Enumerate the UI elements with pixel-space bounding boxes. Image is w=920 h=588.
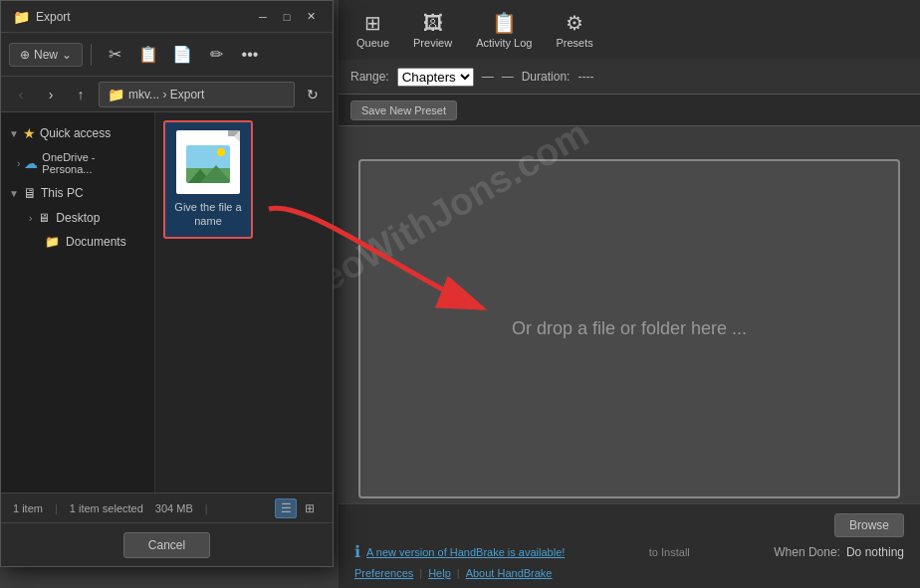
documents-label: Documents: [66, 235, 126, 249]
explorer-dialog: 📁 Export ─ □ ✕ ⊕ New ⌄ ✂ 📋 📄 ✏ ••• ‹ › ↑…: [0, 0, 334, 567]
close-button[interactable]: ✕: [301, 9, 321, 25]
documents-icon: 📁: [45, 235, 60, 249]
handbrake-toolbar: ⊞ Queue 🖼 Preview 📋 Activity Log ⚙ Prese…: [339, 0, 920, 60]
dialog-titlebar: 📁 Export ─ □ ✕: [1, 1, 333, 33]
preview-icon: 🖼: [423, 12, 443, 35]
maximize-button[interactable]: □: [277, 9, 297, 25]
cancel-button[interactable]: Cancel: [123, 532, 210, 558]
new-icon: ⊕: [20, 48, 30, 62]
tab-presets[interactable]: ⚙ Presets: [546, 7, 602, 53]
handbrake-range-bar: Range: Chapters — — Duration: ----: [339, 60, 920, 95]
onedrive-arrow: ›: [17, 158, 20, 169]
bottom-row-browse: Browse: [354, 513, 904, 537]
onedrive-icon: ☁: [24, 155, 38, 171]
activity-log-icon: 📋: [492, 11, 517, 35]
tab-queue-label: Queue: [356, 37, 389, 49]
folder-title-icon: 📁: [13, 9, 30, 25]
copy-button[interactable]: 📋: [133, 41, 163, 69]
save-new-preset-button[interactable]: Save New Preset: [350, 100, 457, 120]
desktop-label: Desktop: [56, 211, 100, 225]
new-chevron-icon: ⌄: [62, 48, 72, 62]
drop-zone-text: Or drop a file or folder here ...: [512, 318, 747, 339]
item-size: 304 MB: [155, 502, 193, 514]
paste-button[interactable]: 📄: [167, 41, 197, 69]
cut-button[interactable]: ✂: [100, 41, 129, 69]
toolbar-separator: [91, 44, 92, 66]
thispc-arrow: ▼: [9, 188, 19, 199]
to-install-text: to Install: [649, 546, 690, 558]
handbrake-bottom-bar: Browse ℹ A new version of HandBrake is a…: [339, 503, 920, 588]
address-path: mkv... › Export: [128, 88, 204, 101]
view-buttons: ☰ ⊞: [275, 498, 321, 518]
thispc-label: This PC: [41, 186, 84, 200]
update-link[interactable]: A new version of HandBrake is available!: [366, 546, 565, 558]
queue-icon: ⊞: [364, 11, 381, 35]
address-folder-icon: 📁: [108, 87, 124, 102]
dialog-toolbar: ⊕ New ⌄ ✂ 📋 📄 ✏ •••: [1, 33, 333, 77]
dialog-addressbar: ‹ › ↑ 📁 mkv... › Export ↻: [1, 77, 333, 112]
thispc-icon: 🖥: [23, 185, 37, 201]
onedrive-header[interactable]: › ☁ OneDrive - Persona...: [1, 146, 154, 180]
preferences-link[interactable]: Preferences: [354, 567, 413, 579]
refresh-button[interactable]: ↻: [301, 83, 325, 106]
tab-activity-log-label: Activity Log: [476, 37, 532, 49]
footer-links: Preferences | Help | About HandBrake: [354, 567, 904, 579]
file-item[interactable]: Give the file a name: [163, 120, 253, 239]
new-label: New: [34, 48, 58, 62]
thispc-header[interactable]: ▼ 🖥 This PC: [1, 180, 154, 206]
dialog-body: ▼ ★ Quick access › ☁ OneDrive - Persona.…: [1, 112, 333, 492]
duration-value: ----: [577, 70, 593, 84]
file-label: Give the file a name: [169, 200, 247, 229]
item-count: 1 item: [13, 502, 43, 514]
range-select[interactable]: Chapters: [397, 68, 474, 87]
forward-button[interactable]: ›: [39, 83, 63, 106]
info-icon: ℹ: [354, 542, 360, 561]
help-link[interactable]: Help: [428, 567, 451, 579]
up-button[interactable]: ↑: [69, 83, 93, 106]
duration-label: Duration:: [522, 70, 571, 84]
quick-access-header[interactable]: ▼ ★ Quick access: [1, 120, 154, 146]
dialog-actions: Cancel: [1, 522, 333, 566]
drop-zone[interactable]: Or drop a file or folder here ...: [358, 159, 900, 498]
minimize-button[interactable]: ─: [253, 9, 273, 25]
sidebar-item-desktop[interactable]: › 🖥 Desktop: [1, 206, 154, 230]
list-view-button[interactable]: ☰: [275, 498, 297, 518]
back-button[interactable]: ‹: [9, 83, 33, 106]
grid-view-button[interactable]: ⊞: [299, 498, 321, 518]
presets-icon: ⚙: [566, 11, 583, 35]
window-controls: ─ □ ✕: [253, 9, 321, 25]
dialog-statusbar: 1 item | 1 item selected 304 MB | ☰ ⊞: [1, 492, 333, 522]
when-done-label: When Done:: [774, 545, 840, 559]
range-end: —: [502, 70, 514, 84]
tab-queue[interactable]: ⊞ Queue: [346, 7, 399, 53]
tab-preview[interactable]: 🖼 Preview: [403, 8, 462, 53]
browse-button[interactable]: Browse: [834, 513, 904, 537]
quick-access-star-icon: ★: [23, 125, 36, 141]
dialog-sidebar: ▼ ★ Quick access › ☁ OneDrive - Persona.…: [1, 112, 155, 492]
file-icon: [176, 130, 240, 194]
dialog-title-text: Export: [36, 10, 71, 24]
range-start: —: [482, 70, 494, 84]
more-options-button[interactable]: •••: [235, 41, 265, 69]
desktop-icon: 🖥: [38, 211, 50, 225]
address-box[interactable]: 📁 mkv... › Export: [99, 82, 295, 107]
range-label: Range:: [350, 70, 389, 84]
rename-button[interactable]: ✏: [201, 41, 231, 69]
dialog-title: 📁 Export: [13, 9, 71, 25]
handbrake-preset-bar: Save New Preset: [339, 95, 920, 126]
tab-presets-label: Presets: [556, 37, 592, 49]
tab-activity-log[interactable]: 📋 Activity Log: [466, 7, 542, 53]
update-notice: ℹ A new version of HandBrake is availabl…: [354, 542, 565, 561]
new-button[interactable]: ⊕ New ⌄: [9, 43, 83, 67]
onedrive-label: OneDrive - Persona...: [42, 151, 146, 175]
sidebar-item-documents[interactable]: 📁 Documents: [1, 230, 154, 254]
quick-access-label: Quick access: [40, 126, 111, 140]
when-done-value: Do nothing: [846, 545, 904, 559]
about-link[interactable]: About HandBrake: [466, 567, 553, 579]
quick-access-arrow: ▼: [9, 128, 19, 139]
dialog-content: Give the file a name: [155, 112, 333, 492]
item-selected: 1 item selected: [70, 502, 143, 514]
desktop-expand-arrow: ›: [29, 213, 32, 224]
tab-preview-label: Preview: [413, 37, 452, 49]
